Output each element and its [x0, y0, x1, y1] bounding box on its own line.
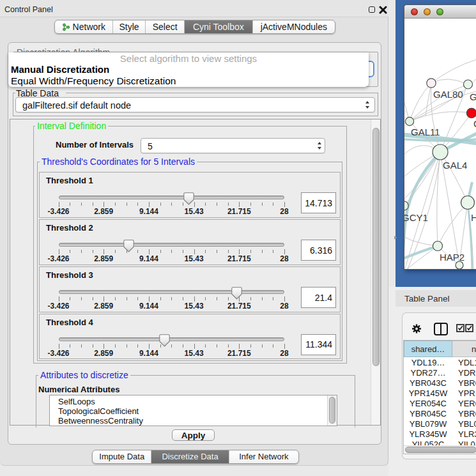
svg-text:GAL80: GAL80 — [433, 89, 463, 100]
svg-text:GAL2: GAL2 — [470, 91, 476, 102]
svg-text:GCY1: GCY1 — [404, 212, 428, 223]
svg-text:HAP2: HAP2 — [440, 252, 464, 263]
svg-text:CYC: CYC — [473, 118, 476, 129]
svg-text:HIS: HIS — [471, 212, 476, 223]
svg-text:GAL11: GAL11 — [411, 127, 440, 137]
svg-text:GAL4: GAL4 — [443, 160, 467, 171]
